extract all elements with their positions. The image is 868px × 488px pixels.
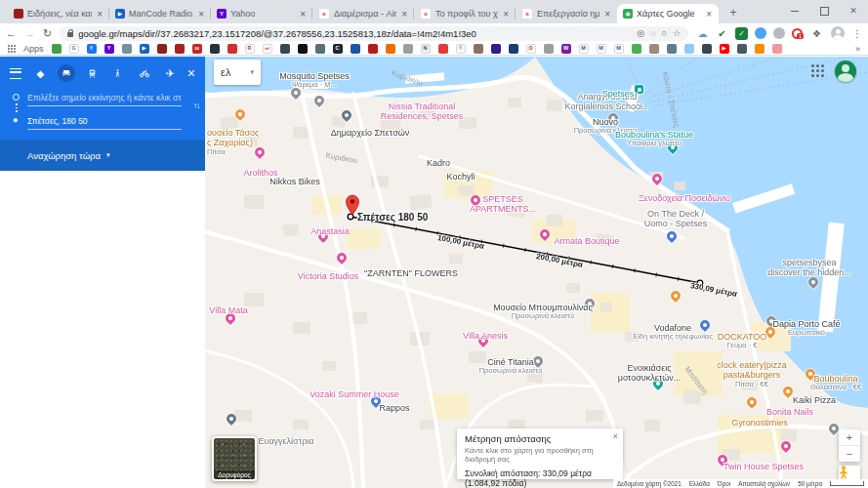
minimize-icon[interactable] bbox=[780, 0, 809, 21]
map-label[interactable]: Ciné TitaniaΠροσωρινά κλειστό bbox=[479, 357, 543, 376]
bookmark-favicon[interactable] bbox=[227, 44, 237, 54]
map-label[interactable]: Bonita Nails bbox=[766, 407, 813, 417]
bookmark-favicon[interactable]: M bbox=[614, 44, 624, 54]
map-label[interactable]: clock eatery|pizzapasta&burgersΠίτσα · €… bbox=[717, 360, 786, 388]
bookmark-favicon[interactable] bbox=[755, 44, 765, 54]
browser-tab[interactable]: ▶ManCode Radio FM In× bbox=[109, 4, 211, 23]
extension-icon-4[interactable] bbox=[773, 27, 785, 39]
bookmark-favicon[interactable]: Y bbox=[104, 44, 114, 54]
map-label[interactable]: Victoria Studios bbox=[298, 271, 358, 281]
bookmark-favicon[interactable] bbox=[772, 44, 782, 54]
omnibox-icon-2[interactable]: ○ bbox=[661, 28, 666, 38]
bookmark-favicon[interactable]: ief bbox=[263, 44, 272, 54]
tab-close-icon[interactable]: × bbox=[299, 9, 307, 20]
bookmark-favicon[interactable] bbox=[210, 44, 220, 54]
bookmark-favicon[interactable]: ® bbox=[456, 44, 466, 54]
walk-mode-icon[interactable] bbox=[109, 64, 127, 82]
map-label[interactable]: Gyronostimies bbox=[731, 418, 788, 427]
map-label[interactable]: DOCKATOOΓεύμα · € bbox=[718, 332, 767, 350]
terms-link[interactable]: Όροι bbox=[718, 480, 730, 487]
map-label[interactable]: VodafoneΕίδη κινητής τηλεφωνίας bbox=[633, 323, 713, 342]
map-label[interactable]: Villa Mata bbox=[209, 305, 247, 315]
map-label[interactable]: Spetses bbox=[602, 89, 635, 99]
tab-close-icon[interactable]: × bbox=[502, 9, 510, 20]
new-tab-button[interactable]: + bbox=[724, 4, 742, 21]
apps-grid-icon[interactable] bbox=[8, 45, 16, 53]
map-label[interactable]: Δημαρχείο Σπετσών bbox=[331, 128, 410, 138]
apps-label[interactable]: Apps bbox=[23, 44, 44, 54]
bookmark-favicon[interactable] bbox=[52, 44, 62, 54]
bookmark-favicon[interactable] bbox=[702, 44, 712, 54]
forward-icon[interactable]: → bbox=[24, 28, 35, 39]
input-language-button[interactable]: ελ ▾ bbox=[214, 60, 261, 85]
map-label[interactable]: spetsesbyseadiscover the hidden... bbox=[767, 258, 851, 278]
bookmark-favicon[interactable]: G bbox=[69, 44, 79, 54]
bookmark-favicon[interactable] bbox=[491, 44, 501, 54]
google-apps-icon[interactable] bbox=[811, 64, 824, 77]
extension-icon-5[interactable]: 1 bbox=[792, 28, 803, 39]
map-label[interactable]: On The Deck /Uomo - Spetses bbox=[644, 209, 708, 229]
zoom-out-button[interactable]: − bbox=[839, 446, 860, 462]
popup-close-icon[interactable]: × bbox=[613, 431, 618, 441]
feedback-link[interactable]: Αποστολή σχολίων bbox=[738, 480, 790, 487]
account-avatar[interactable] bbox=[835, 61, 856, 82]
country-link[interactable]: Ελλάδα bbox=[689, 480, 710, 487]
bookmark-favicon[interactable]: ▶ bbox=[720, 44, 729, 54]
back-icon[interactable]: ← bbox=[6, 28, 17, 39]
bookmark-favicon[interactable] bbox=[298, 44, 308, 54]
zoom-in-button[interactable]: + bbox=[839, 429, 860, 446]
reload-icon[interactable]: ↻ bbox=[43, 28, 52, 39]
browser-tab[interactable]: aΔιαμέρισμα - Airbnb× bbox=[312, 4, 414, 23]
bookmark-favicon[interactable]: C bbox=[333, 44, 343, 54]
origin-input[interactable]: Επιλέξτε σημείο εκκίνησης ή κάντε κλικ σ… bbox=[27, 90, 182, 106]
bookmark-favicon[interactable]: O bbox=[526, 44, 536, 54]
map-label[interactable]: Nissia TraditionalResidences, Spetses bbox=[381, 102, 464, 122]
browser-tab[interactable]: ◉Χάρτες Google× bbox=[617, 4, 719, 23]
extension-icon-1[interactable]: ✔ bbox=[716, 27, 728, 40]
bookmark-favicon[interactable]: 24 bbox=[192, 44, 202, 54]
map-label[interactable]: Armata Boutique bbox=[554, 236, 619, 246]
map-label[interactable]: Ευαγγελίστρια bbox=[258, 436, 313, 446]
bookmark-favicon[interactable] bbox=[667, 44, 677, 54]
profile-avatar[interactable] bbox=[831, 26, 845, 40]
transit-mode-icon[interactable] bbox=[84, 64, 102, 82]
browser-tab[interactable]: aΤο προφίλ του χρήστ× bbox=[414, 4, 516, 23]
bookmark-favicon[interactable] bbox=[632, 44, 641, 54]
bookmark-favicon[interactable]: W bbox=[561, 44, 571, 54]
map-label[interactable]: Arolithos bbox=[243, 168, 277, 178]
bookmark-favicon[interactable]: N bbox=[421, 44, 431, 54]
bookmark-favicon[interactable] bbox=[403, 44, 413, 54]
extensions-puzzle-icon[interactable]: ❖ bbox=[810, 27, 823, 40]
tab-close-icon[interactable]: × bbox=[705, 9, 713, 20]
best-route-icon[interactable]: ◆ bbox=[32, 64, 50, 82]
plane-mode-icon[interactable]: ✈ bbox=[161, 64, 179, 82]
extension-icon-0[interactable]: ☁ bbox=[696, 27, 709, 40]
map-label[interactable]: Vozaki Summer House bbox=[310, 389, 399, 399]
address-bar[interactable]: google.gr/maps/dir//37.2683217,23.151720… bbox=[60, 26, 688, 41]
map-label[interactable]: Kadro bbox=[427, 158, 450, 168]
bookmark-favicon[interactable]: M bbox=[597, 44, 606, 54]
bookmark-favicon[interactable] bbox=[438, 44, 448, 54]
bookmark-favicon[interactable] bbox=[351, 44, 360, 54]
menu-icon[interactable] bbox=[10, 68, 21, 79]
map-label[interactable]: Kochyli bbox=[446, 172, 475, 182]
map-label[interactable]: BouboulinaΘαλασσινά · €€ bbox=[810, 374, 861, 392]
bookmark-favicon[interactable] bbox=[474, 44, 483, 54]
map-label[interactable]: Villa Anesis bbox=[463, 331, 508, 341]
swap-locations-icon[interactable]: ↑↓ bbox=[193, 102, 199, 110]
map-label[interactable]: Rappos bbox=[379, 403, 409, 413]
bookmark-favicon[interactable] bbox=[684, 44, 694, 54]
omnibox-icon-1[interactable]: ◌ bbox=[650, 28, 655, 38]
map-label[interactable]: Dapia Porto CaféΕυρωπαϊκό bbox=[772, 319, 840, 338]
map-label[interactable]: ουσείο Τάσοςς Ζαχαρίας)Πίτσα bbox=[207, 128, 259, 156]
bookmark-favicon[interactable] bbox=[737, 44, 747, 54]
bookmarks-overflow-icon[interactable]: » bbox=[855, 44, 860, 54]
map-label[interactable]: Ενοικιάσειςμοτοσυκλετών... bbox=[618, 363, 681, 384]
tab-close-icon[interactable]: × bbox=[603, 9, 611, 20]
bookmark-favicon[interactable]: f bbox=[87, 44, 97, 54]
browser-tab[interactable]: YYahoo× bbox=[211, 4, 312, 23]
tab-close-icon[interactable]: × bbox=[197, 9, 205, 20]
extension-icon-3[interactable] bbox=[755, 27, 766, 39]
bookmark-favicon[interactable]: ▶ bbox=[140, 44, 149, 54]
map-label[interactable]: Ξενοδοχεία Ποσειδώνιο bbox=[639, 193, 730, 203]
